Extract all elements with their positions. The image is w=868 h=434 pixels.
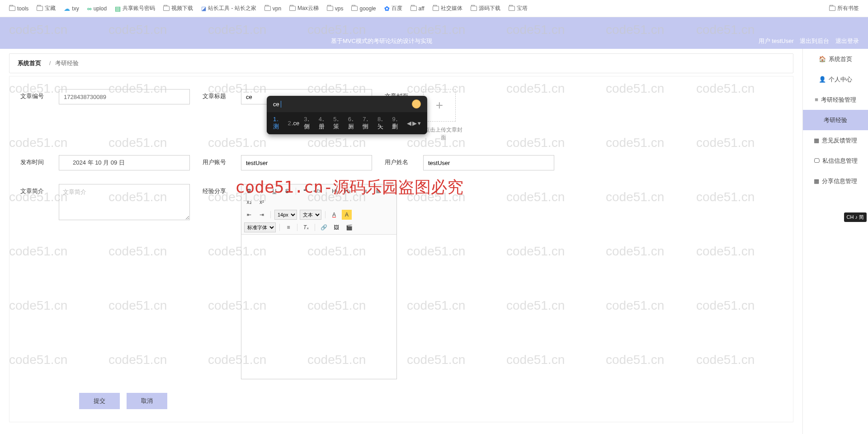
nav-message[interactable]: 🖵私信信息管理	[803, 151, 868, 171]
bm-max[interactable]: Max云梯	[289, 5, 319, 12]
tb-outdent-icon[interactable]: ⇥	[257, 210, 267, 220]
folder-icon	[410, 6, 417, 11]
ime-cand-8[interactable]: 8.夨	[377, 116, 388, 131]
tb-underline-icon[interactable]: U	[269, 186, 279, 196]
tb-bold-icon[interactable]: B	[244, 186, 254, 196]
bm-vpn[interactable]: vpn	[264, 5, 281, 12]
input-username[interactable]	[423, 155, 554, 170]
grid-icon: ▦	[814, 137, 819, 144]
nav-profile[interactable]: 👤个人中心	[803, 69, 868, 90]
tb-h2-icon[interactable]: H₂	[343, 186, 353, 196]
ime-prev-icon[interactable]: ◀	[407, 120, 411, 127]
tb-align-icon[interactable]: ≡	[283, 222, 293, 232]
header-user[interactable]: 用户 testUser	[759, 38, 794, 44]
doc-icon: ▤	[115, 5, 121, 12]
tb-bgcolor-icon[interactable]: A	[342, 210, 352, 220]
ime-indicator[interactable]: CH ♪ 简	[844, 212, 867, 222]
nav-feedback[interactable]: ▦意见反馈管理	[803, 130, 868, 151]
editor-body[interactable]	[241, 235, 397, 379]
bm-source[interactable]: 源码下载	[471, 5, 500, 12]
tb-font-select[interactable]: 标准字体	[244, 222, 276, 232]
infinity-icon: ∞	[87, 5, 92, 12]
bm-vps[interactable]: vps	[327, 5, 344, 12]
bm-all[interactable]: 所有书签	[829, 5, 859, 12]
tb-fontsize-select[interactable]: 14px	[274, 210, 297, 220]
ime-cand-4[interactable]: 4.册	[319, 116, 329, 131]
breadcrumb-current: 考研经验	[55, 60, 79, 66]
folder-icon	[264, 6, 271, 11]
nav-home[interactable]: 🏠系统首页	[803, 49, 868, 69]
folder-icon	[433, 6, 439, 11]
ime-emoji-icon[interactable]	[412, 99, 421, 108]
app-title: 基于MVC模式的考研论坛的设计与实现	[9, 37, 754, 45]
tb-ul-icon[interactable]: ≣	[373, 186, 383, 196]
title-bar: 基于MVC模式的考研论坛的设计与实现 用户 testUser 退出到后台 退出登…	[0, 33, 868, 49]
bm-shared[interactable]: ▤共享账号密码	[115, 5, 155, 12]
tb-strike-icon[interactable]: S	[282, 186, 292, 196]
ime-cand-3[interactable]: 3.侧	[304, 116, 314, 131]
bm-baidu[interactable]: ✿百度	[384, 5, 402, 12]
upload-cover-button[interactable]: +	[423, 89, 456, 122]
breadcrumb: 系统首页 / 考研经验	[9, 53, 793, 73]
bm-zhanzhang[interactable]: ◪站长工具 - 站长之家	[201, 5, 256, 12]
plus-icon: +	[436, 98, 443, 113]
ime-next-icon[interactable]: ▶	[412, 120, 417, 127]
tb-sup-icon[interactable]: x²	[257, 197, 267, 207]
label-username: 用户姓名	[385, 155, 423, 166]
tb-color-icon[interactable]: A	[329, 210, 339, 220]
nav-exp[interactable]: 考研经验	[803, 110, 868, 130]
ime-dropdown-icon[interactable]: ▾	[418, 120, 421, 127]
ime-cand-7[interactable]: 7.恻	[363, 116, 373, 131]
bm-baozang[interactable]: 宝藏	[37, 5, 56, 12]
textarea-intro[interactable]	[59, 184, 190, 220]
bm-tools[interactable]: tools	[9, 5, 28, 12]
folder-icon	[289, 6, 296, 11]
ime-cand-5[interactable]: 5.策	[333, 116, 344, 131]
folder-icon	[829, 6, 835, 11]
nav-share[interactable]: ▦分享信息管理	[803, 171, 868, 191]
tb-code-icon[interactable]: </>	[312, 186, 322, 196]
submit-button[interactable]: 提交	[79, 393, 120, 409]
bm-txy[interactable]: ☁txy	[64, 5, 79, 12]
ime-cand-1[interactable]: 1.测	[273, 116, 283, 131]
bm-video[interactable]: 视频下载	[163, 5, 193, 12]
tb-italic-icon[interactable]: I	[257, 186, 267, 196]
tb-h1-icon[interactable]: H₁	[330, 186, 340, 196]
tb-indent-icon[interactable]: ⇤	[244, 210, 254, 220]
ime-candidates: 1.测 2.ce 3.侧 4.册 5.策 6.厕 7.恻 8.夨 9.删 ◀ ▶…	[267, 112, 427, 134]
tb-sub-icon[interactable]: x₂	[244, 197, 254, 207]
ime-pager: ◀ ▶ ▾	[407, 120, 421, 127]
tb-video-icon[interactable]: 🎬	[344, 222, 354, 232]
bm-aff[interactable]: aff	[410, 5, 425, 12]
header-backend[interactable]: 退出到后台	[800, 38, 829, 44]
ime-cand-6[interactable]: 6.厕	[348, 116, 359, 131]
right-nav: 🏠系统首页 👤个人中心 ≡考研经验管理 考研经验 ▦意见反馈管理 🖵私信信息管理…	[802, 49, 868, 434]
bm-baota[interactable]: 宝塔	[509, 5, 528, 12]
breadcrumb-sep: /	[49, 60, 51, 66]
bm-google[interactable]: google	[351, 5, 376, 12]
header-logout[interactable]: 退出登录	[835, 38, 859, 44]
ime-cand-9[interactable]: 9.删	[392, 116, 402, 131]
folder-icon	[327, 6, 333, 11]
bm-social[interactable]: 社交媒体	[433, 5, 462, 12]
breadcrumb-root[interactable]: 系统首页	[18, 60, 41, 66]
bm-uplod[interactable]: ∞uplod	[87, 5, 107, 12]
folder-icon	[37, 6, 43, 11]
user-icon: 👤	[819, 76, 826, 83]
baidu-icon: ✿	[384, 5, 390, 12]
ime-popup: ce 1.测 2.ce 3.侧 4.册 5.策 6.厕 7.恻 8.夨 9.删 …	[267, 96, 427, 134]
tb-image-icon[interactable]: 🖼	[331, 222, 341, 232]
input-publish-date[interactable]	[59, 155, 190, 170]
label-intro: 文章简介	[20, 184, 59, 195]
tb-clear-icon[interactable]: Tₓ	[301, 222, 311, 232]
input-article-id[interactable]	[59, 89, 190, 104]
folder-icon	[471, 6, 477, 11]
nav-exp-mgmt[interactable]: ≡考研经验管理	[803, 90, 868, 110]
tb-format-select[interactable]: 文本	[300, 210, 321, 220]
tb-ol-icon[interactable]: ≡	[360, 186, 370, 196]
input-account[interactable]	[241, 155, 372, 170]
tb-link-icon[interactable]: 🔗	[319, 222, 329, 232]
ime-cand-2[interactable]: 2.ce	[288, 120, 300, 127]
tb-quote-icon[interactable]: ❝	[300, 186, 310, 196]
cancel-button[interactable]: 取消	[127, 393, 167, 409]
